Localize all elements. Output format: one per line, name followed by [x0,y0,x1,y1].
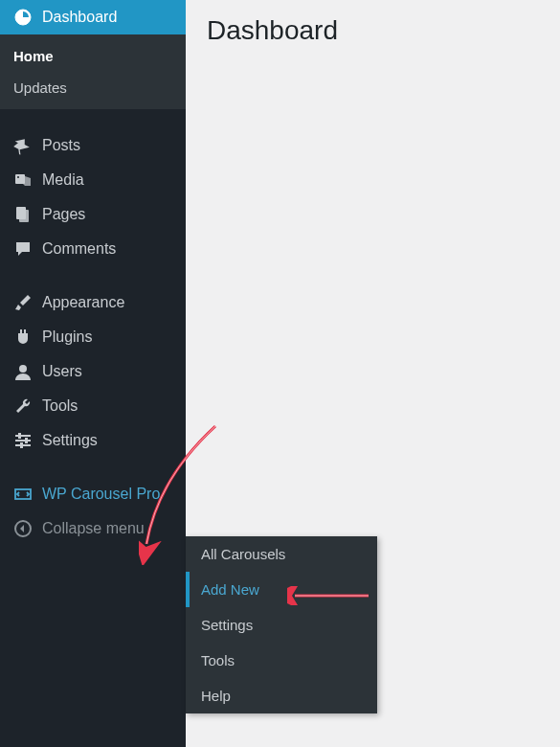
sidebar-item-label: Users [42,363,82,380]
submenu-item-home[interactable]: Home [0,40,186,72]
svg-point-5 [19,365,27,373]
carousel-flyout-menu: All Carousels Add New Settings Tools Hel… [186,536,377,713]
svg-rect-7 [15,440,31,441]
sidebar-item-label: Comments [42,240,116,258]
collapse-icon [11,519,34,538]
sidebar-item-label: Pages [42,206,85,223]
sidebar-item-label: Plugins [42,328,92,346]
menu-separator [0,109,186,128]
sliders-icon [11,431,34,450]
brush-icon [11,293,34,312]
svg-rect-10 [25,438,28,443]
pin-icon [11,136,34,155]
sidebar-item-pages[interactable]: Pages [0,197,186,232]
sidebar-item-label: Tools [42,397,78,415]
media-icon [11,170,34,190]
dashboard-icon [11,8,34,27]
sidebar-item-label: Media [42,171,84,189]
sidebar-item-plugins[interactable]: Plugins [0,320,186,354]
sidebar-item-posts[interactable]: Posts [0,128,186,163]
sidebar-item-appearance[interactable]: Appearance [0,285,186,320]
submenu-item-updates[interactable]: Updates [0,72,186,103]
sidebar-item-settings[interactable]: Settings [0,423,186,458]
main-content: Dashboard [186,0,560,61]
sidebar-item-label: WP Carousel Pro [42,486,160,503]
page-title: Dashboard [207,15,539,46]
svg-rect-4 [19,210,29,222]
menu-separator [0,458,186,477]
wrench-icon [11,396,34,416]
sidebar-item-users[interactable]: Users [0,354,186,389]
sidebar-item-collapse[interactable]: Collapse menu [0,511,186,546]
svg-point-2 [17,176,19,178]
sidebar-item-media[interactable]: Media [0,163,186,197]
dashboard-submenu: Home Updates [0,34,186,109]
flyout-item-add-new[interactable]: Add New [186,572,377,607]
admin-sidebar: Dashboard Home Updates Posts Media Pages… [0,0,186,747]
sidebar-item-dashboard[interactable]: Dashboard [0,0,186,34]
sidebar-item-label: Collapse menu [42,520,145,537]
flyout-item-settings[interactable]: Settings [186,607,377,643]
flyout-item-help[interactable]: Help [186,678,377,713]
svg-rect-11 [20,442,23,448]
pages-icon [11,205,34,224]
sidebar-item-wp-carousel-pro[interactable]: WP Carousel Pro [0,477,186,511]
comment-icon [11,239,34,259]
menu-separator [0,266,186,285]
flyout-item-tools[interactable]: Tools [186,643,377,678]
sidebar-item-label: Dashboard [42,9,117,26]
sidebar-item-label: Appearance [42,294,124,311]
sidebar-item-label: Posts [42,137,80,154]
sidebar-item-tools[interactable]: Tools [0,389,186,423]
flyout-item-all-carousels[interactable]: All Carousels [186,536,377,572]
sidebar-item-comments[interactable]: Comments [0,232,186,266]
plug-icon [11,328,34,347]
carousel-icon [11,485,34,504]
user-icon [11,362,34,381]
svg-rect-6 [15,435,31,437]
svg-rect-9 [18,433,21,439]
sidebar-item-label: Settings [42,432,98,449]
